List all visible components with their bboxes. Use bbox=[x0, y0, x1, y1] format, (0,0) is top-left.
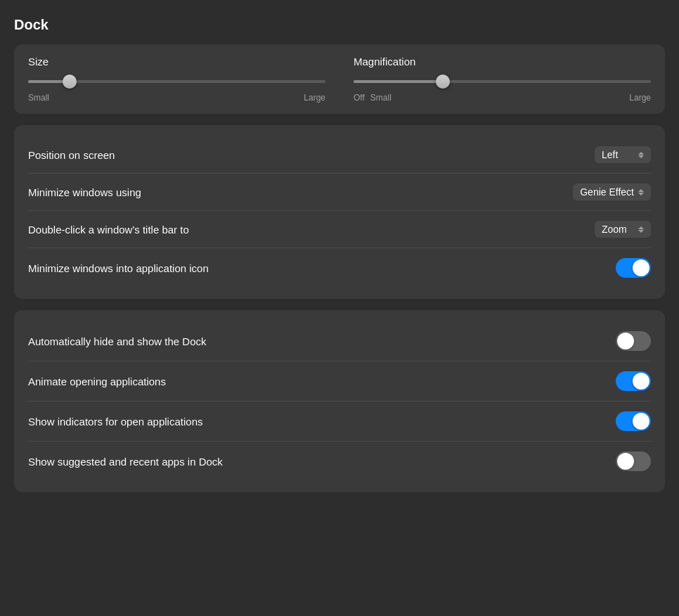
magnification-label: Magnification bbox=[354, 56, 651, 68]
recent-thumb bbox=[617, 453, 634, 470]
sliders-card: Size Small Large Magnification bbox=[14, 44, 665, 114]
animate-label: Animate opening applications bbox=[28, 376, 166, 387]
magnification-range-labels: Off Small Large bbox=[354, 93, 651, 103]
recent-track bbox=[616, 451, 651, 471]
minimize-icon-label: Minimize windows into application icon bbox=[28, 262, 209, 274]
settings-card-1: Position on screen Left Minimize windows… bbox=[14, 125, 665, 299]
minimize-using-dropdown[interactable]: Genie Effect bbox=[573, 184, 651, 200]
indicators-label: Show indicators for open applications bbox=[28, 416, 202, 428]
magnification-slider-thumb[interactable] bbox=[436, 75, 450, 89]
position-chevron-icon bbox=[638, 152, 644, 158]
minimize-using-chevron-icon bbox=[638, 189, 644, 195]
magnification-slider-fill bbox=[354, 80, 443, 83]
recent-label: Show suggested and recent apps in Dock bbox=[28, 456, 223, 468]
animate-thumb bbox=[633, 373, 649, 390]
minimize-icon-toggle[interactable] bbox=[616, 258, 651, 278]
magnification-off-label: Off bbox=[354, 93, 365, 103]
position-label: Position on screen bbox=[28, 149, 115, 161]
setting-row-recent: Show suggested and recent apps in Dock bbox=[28, 441, 651, 481]
position-value: Left bbox=[602, 149, 618, 160]
minimize-using-label: Minimize windows using bbox=[28, 186, 141, 198]
indicators-toggle[interactable] bbox=[616, 411, 651, 431]
size-min-label: Small bbox=[28, 93, 49, 103]
page-title: Dock bbox=[14, 17, 665, 33]
setting-row-minimize-using: Minimize windows using Genie Effect bbox=[28, 173, 651, 210]
setting-row-indicators: Show indicators for open applications bbox=[28, 401, 651, 441]
setting-row-position: Position on screen Left bbox=[28, 136, 651, 173]
double-click-dropdown[interactable]: Zoom bbox=[595, 221, 651, 238]
minimize-icon-track bbox=[616, 258, 651, 278]
size-slider-container[interactable] bbox=[28, 75, 325, 89]
auto-hide-toggle[interactable] bbox=[616, 331, 651, 351]
double-click-label: Double-click a window's title bar to bbox=[28, 224, 189, 236]
setting-row-animate: Animate opening applications bbox=[28, 361, 651, 401]
magnification-slider-track bbox=[354, 80, 651, 83]
auto-hide-thumb bbox=[617, 333, 634, 349]
size-slider-thumb[interactable] bbox=[63, 75, 77, 89]
settings-card-2: Automatically hide and show the Dock Ani… bbox=[14, 310, 665, 492]
setting-row-double-click: Double-click a window's title bar to Zoo… bbox=[28, 210, 651, 248]
auto-hide-track bbox=[616, 331, 651, 351]
setting-row-auto-hide: Automatically hide and show the Dock bbox=[28, 321, 651, 361]
size-max-label: Large bbox=[304, 93, 325, 103]
animate-toggle[interactable] bbox=[616, 371, 651, 391]
size-label: Size bbox=[28, 56, 325, 68]
setting-row-minimize-icon: Minimize windows into application icon bbox=[28, 248, 651, 288]
minimize-icon-thumb bbox=[633, 259, 649, 276]
size-slider-wrapper[interactable] bbox=[28, 80, 325, 83]
double-click-chevron-icon bbox=[638, 226, 644, 233]
magnification-slider-wrapper[interactable] bbox=[354, 80, 651, 83]
size-slider-track bbox=[28, 80, 325, 83]
indicators-thumb bbox=[633, 413, 649, 430]
slider-section: Size Small Large Magnification bbox=[28, 56, 651, 103]
indicators-track bbox=[616, 411, 651, 431]
magnification-slider-group: Magnification Off Small Large bbox=[354, 56, 651, 103]
magnification-min-label: Small bbox=[370, 93, 392, 103]
size-range-labels: Small Large bbox=[28, 93, 325, 103]
magnification-max-label: Large bbox=[629, 93, 651, 103]
minimize-using-value: Genie Effect bbox=[580, 186, 634, 198]
size-slider-group: Size Small Large bbox=[28, 56, 325, 103]
recent-toggle[interactable] bbox=[616, 451, 651, 471]
animate-track bbox=[616, 371, 651, 391]
double-click-value: Zoom bbox=[602, 224, 627, 235]
position-dropdown[interactable]: Left bbox=[595, 146, 651, 163]
auto-hide-label: Automatically hide and show the Dock bbox=[28, 335, 206, 347]
magnification-left-labels: Off Small bbox=[354, 93, 392, 103]
magnification-slider-container[interactable] bbox=[354, 75, 651, 89]
